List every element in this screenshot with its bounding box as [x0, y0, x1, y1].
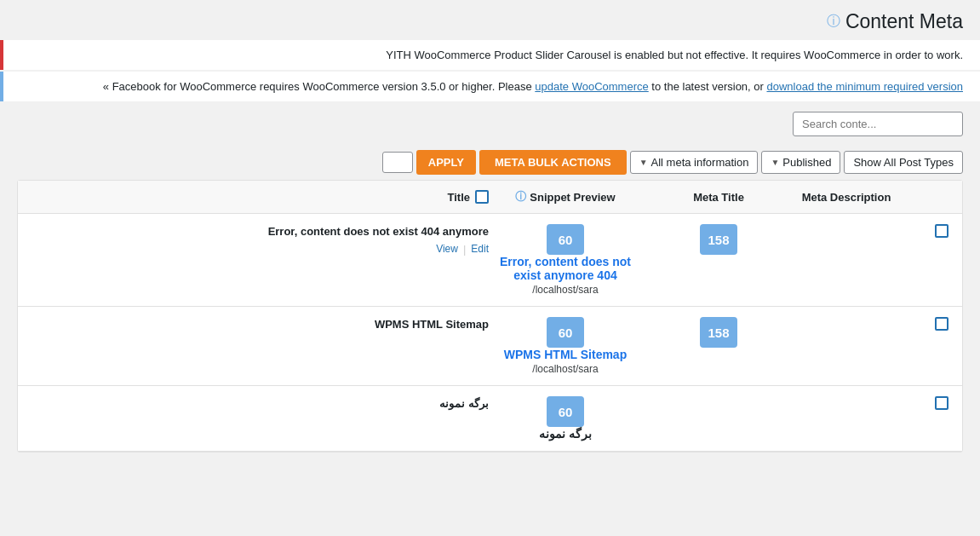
search-input[interactable] [793, 112, 963, 136]
notice-facebook-link1[interactable]: update WooCommerce [535, 80, 648, 93]
select-all-checkbox[interactable] [475, 190, 489, 204]
notice-yith-text: YITH WooCommerce Product Slider Carousel… [386, 49, 963, 61]
filter-meta-dropdown[interactable]: ▼ All meta information [630, 151, 759, 174]
row-3-checkbox-area [897, 396, 948, 410]
row-3-snippet-title: برگه نمونه [489, 427, 642, 441]
row-1-title: Error, content does not exist 404 anymor… [32, 224, 489, 239]
table-row: برگه نمونه 60 برگه نمونه [18, 386, 962, 452]
notice-facebook-prefix: « [103, 80, 112, 93]
col-title: Title [32, 190, 489, 204]
page-header: ⓘ Content Meta [0, 0, 980, 40]
row-2-snippet-title: WPMS HTML Sitemap [489, 348, 642, 361]
row-1-snippet: 60 Error, content does not exist anymore… [489, 224, 642, 296]
notice-facebook-link2[interactable]: download the minimum required version [766, 80, 963, 93]
row-3-checkbox[interactable] [935, 396, 948, 410]
row-2-score-top: 60 [547, 317, 584, 348]
row-1-view-link[interactable]: View [436, 243, 458, 256]
notice-facebook-text: Facebook for WooCommerce requires WooCom… [112, 80, 536, 93]
apply-button[interactable]: APPLY [416, 150, 476, 175]
row-1-meta-title-score: 158 [642, 224, 795, 255]
table-row: Error, content does not exist 404 anymor… [18, 214, 962, 307]
row-2-meta-title-score: 158 [642, 317, 795, 348]
row-3-title-area: برگه نمونه [32, 396, 489, 412]
col-meta-desc-label: Meta Description [802, 191, 891, 204]
toolbar: 10 APPLY META BULK ACTIONS ▼ All meta in… [0, 145, 980, 180]
search-bar [0, 103, 980, 145]
col-meta-title-label: Meta Title [693, 191, 744, 204]
col-meta-title: Meta Title [642, 191, 795, 204]
col-meta-desc: Meta Description [795, 191, 897, 204]
filter-status-dropdown[interactable]: ▼ Published [761, 151, 840, 174]
filter-meta-label: All meta information [651, 156, 749, 169]
row-2-snippet-url: /localhost/sara [489, 363, 642, 375]
row-1-checkbox[interactable] [935, 224, 948, 238]
row-2-title: WPMS HTML Sitemap [32, 317, 489, 332]
page-wrapper: ⓘ Content Meta YITH WooCommerce Product … [0, 0, 980, 536]
row-1-snippet-url: /localhost/sara [489, 284, 642, 296]
page-title: ⓘ Content Meta [17, 10, 963, 33]
row-3-score-top: 60 [547, 396, 584, 427]
row-1-edit-link[interactable]: Edit [471, 243, 489, 256]
row-2-checkbox[interactable] [935, 317, 948, 331]
row-1-score-top: 60 [547, 224, 584, 255]
notice-yith: YITH WooCommerce Product Slider Carousel… [0, 40, 980, 70]
content-table: Title ⓘ Snippet Preview Meta Title Meta … [17, 180, 963, 452]
filter-post-type-label: Show All Post Types [853, 156, 954, 169]
notice-facebook: « Facebook for WooCommerce requires WooC… [0, 72, 980, 101]
col-title-label: Title [448, 191, 471, 204]
row-1-score-bottom: 158 [700, 224, 737, 255]
col-snippet-label: Snippet Preview [530, 191, 615, 204]
row-2-score-bottom: 158 [700, 317, 737, 348]
row-3-snippet: 60 برگه نمونه [489, 396, 642, 441]
row-2-snippet: 60 WPMS HTML Sitemap /localhost/sara [489, 317, 642, 375]
row-1-separator: | [463, 243, 466, 256]
notice-facebook-middle: to the latest version, or [651, 80, 766, 93]
col-snippet: ⓘ Snippet Preview [489, 189, 642, 205]
filter-status-label: Published [782, 156, 831, 169]
per-page-input[interactable]: 10 [382, 152, 413, 173]
table-row: WPMS HTML Sitemap 60 WPMS HTML Sitemap /… [18, 307, 962, 386]
row-2-checkbox-area [897, 317, 948, 331]
filter-post-type-dropdown[interactable]: Show All Post Types [844, 151, 963, 174]
chevron-down-icon: ▼ [639, 158, 648, 167]
row-1-checkbox-area [897, 224, 948, 238]
chevron-down-icon-2: ▼ [771, 158, 779, 167]
table-header: Title ⓘ Snippet Preview Meta Title Meta … [18, 181, 962, 214]
row-2-title-area: WPMS HTML Sitemap [32, 317, 489, 332]
row-3-title: برگه نمونه [32, 396, 489, 412]
row-1-title-area: Error, content does not exist 404 anymor… [32, 224, 489, 256]
help-icon[interactable]: ⓘ [827, 13, 840, 31]
row-1-snippet-title: Error, content does not exist anymore 40… [489, 255, 642, 282]
row-1-actions: View | Edit [32, 243, 489, 256]
snippet-help-icon: ⓘ [515, 189, 526, 205]
bulk-actions-button[interactable]: META BULK ACTIONS [479, 150, 627, 175]
